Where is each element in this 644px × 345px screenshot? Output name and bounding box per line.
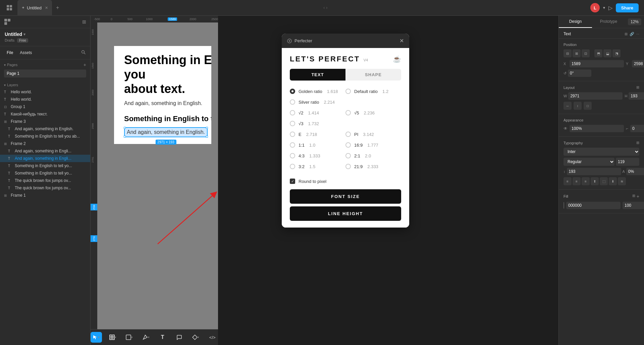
distribute-h[interactable]: ↔ [564,102,572,110]
panel-action-icon[interactable]: ⊞ [82,19,86,24]
ratio-16-9[interactable]: 16:9 1.777 [345,140,401,150]
layout-add-icon[interactable]: ⊞ [636,85,639,90]
layer-item[interactable]: T Hello world. [0,88,90,96]
layers-collapse-icon[interactable]: ▾ [4,83,6,87]
ratio-sqrt5[interactable]: √5 2.236 [345,107,401,118]
layer-item[interactable]: T The quick brown fox jumps ov... [0,177,90,184]
line-height-button[interactable]: LINE HEIGHT [290,206,401,221]
typography-options-icon[interactable]: ⊞ [636,141,639,145]
radio-1-1[interactable] [290,142,295,148]
radio-2-1[interactable] [345,153,351,158]
layer-item[interactable]: T Hello world. [0,96,90,103]
prototype-tab[interactable]: Prototype [592,16,625,28]
text-valign-mid[interactable]: ⬚ [600,177,608,185]
ratio-e[interactable]: E 2.718 [290,129,345,140]
radio-silver[interactable] [290,99,295,105]
add-tab-button[interactable]: + [53,5,62,11]
radio-default[interactable] [345,89,351,94]
radio-3-2[interactable] [290,164,295,169]
radio-e[interactable] [290,132,295,137]
tab-close-icon[interactable]: ✕ [45,6,48,10]
frame-tool[interactable]: ▾ [107,332,119,343]
add-page-button[interactable]: + [84,62,86,67]
font-size-button[interactable]: FONT SIZE [290,189,401,204]
ratio-silver[interactable]: Silver ratio 2.214 [290,97,345,107]
layer-item[interactable]: T Something in English to tell you ab... [0,133,90,140]
layer-item[interactable]: T And again, something in English. [0,125,90,133]
layer-item[interactable]: ⊞ Frame 1 [0,192,90,199]
ratio-pi[interactable]: PI 3.142 [345,129,401,140]
align-right[interactable]: ⊡ [582,49,590,57]
layer-item[interactable]: T And again, something in Engli... [0,155,90,162]
fill-grid-icon[interactable]: ⊞ [632,194,635,199]
page-item-1[interactable]: Page 1 [4,69,86,78]
handle-tl[interactable] [124,127,126,129]
align-center-h[interactable]: ⊠ [573,49,581,57]
text-valign-bot[interactable]: ⬇ [609,177,617,185]
zoom-level[interactable]: 12% [628,18,641,25]
radio-sqrt2[interactable] [290,110,295,115]
handle-tr[interactable] [206,127,208,129]
ratio-3-2[interactable]: 3:2 1.5 [290,161,345,172]
forward-icon[interactable]: › [326,5,327,10]
x-input[interactable] [570,60,624,67]
radio-sqrt5[interactable] [345,110,351,115]
ratio-sqrt2[interactable]: √2 1.414 [290,107,345,118]
radio-golden[interactable] [290,89,295,94]
y-input[interactable] [632,60,644,67]
project-name[interactable]: Untitled ▾ [5,32,86,37]
layer-item[interactable]: T The quick brown fox jumps ov... [0,184,90,192]
weight-selector[interactable]: Regular [564,158,614,166]
line-height-input[interactable] [567,168,621,175]
grid-icon[interactable]: ⊞ [625,32,628,36]
fill-color-swatch[interactable] [564,202,564,209]
text-tool[interactable]: T [157,332,168,343]
w-input[interactable] [568,92,623,100]
layer-item[interactable]: T Something in English to tell yo... [0,169,90,177]
component-tool[interactable]: ▾ [190,332,202,343]
avatar-dropdown[interactable]: ▾ [603,5,605,10]
add-fill-icon[interactable]: + [637,194,639,199]
share-button[interactable]: Share [616,3,639,12]
home-icon[interactable] [4,2,15,13]
round-to-pixel-checkbox[interactable] [290,179,295,184]
radio-sqrt3[interactable] [290,121,295,126]
ratio-default[interactable]: Default ratio 1.2 [345,86,401,97]
assets-button[interactable]: Assets [17,49,35,56]
fill-color-input[interactable] [566,202,621,209]
distribute-v[interactable]: ↕ [574,102,582,110]
play-icon[interactable]: ▷ [608,5,612,11]
back-icon[interactable]: ‹ [323,5,325,10]
font-selector[interactable]: Inter [564,148,639,156]
eye-icon[interactable]: 👁 [564,126,568,131]
text-tab-button[interactable]: TEXT [290,69,345,81]
code-tool[interactable]: </> [207,332,218,343]
design-tab[interactable]: Design [559,16,592,28]
radio-21-9[interactable] [345,164,351,169]
align-top[interactable]: ⬒ [594,49,602,57]
text-align-right[interactable]: ≡ [582,177,590,185]
text-align-left[interactable]: ≡ [564,177,572,185]
rotation-input[interactable] [568,69,591,77]
layer-item[interactable]: T And again, something in Engli... [0,147,90,155]
h-input[interactable] [629,92,644,100]
ratio-1-1[interactable]: 1:1 1.0 [290,140,345,150]
radio-pi[interactable] [345,132,351,137]
search-button[interactable] [81,50,86,56]
active-tab[interactable]: ✦ Untitled ✕ [17,0,52,16]
pen-tool[interactable]: ▾ [141,332,152,343]
select-tool[interactable]: ▾ [91,332,102,343]
layer-item[interactable]: ⊞ Frame 2 [0,140,90,147]
comment-tool[interactable] [174,332,185,343]
ratio-21-9[interactable]: 21:9 2.333 [345,161,401,172]
opacity-input[interactable] [570,125,624,132]
text-valign-top[interactable]: ⬆ [591,177,599,185]
ratio-golden[interactable]: Golden ratio 1.618 [290,86,345,97]
handle-bl[interactable] [124,136,126,138]
text-options[interactable]: ≋ [618,177,626,185]
radio-16-9[interactable] [345,142,351,148]
clip-content[interactable]: □ [584,102,592,110]
selected-text[interactable]: And again, something in English. [124,127,208,137]
link-icon[interactable]: 🔗 [630,32,634,36]
fill-opacity-input[interactable] [623,202,644,209]
